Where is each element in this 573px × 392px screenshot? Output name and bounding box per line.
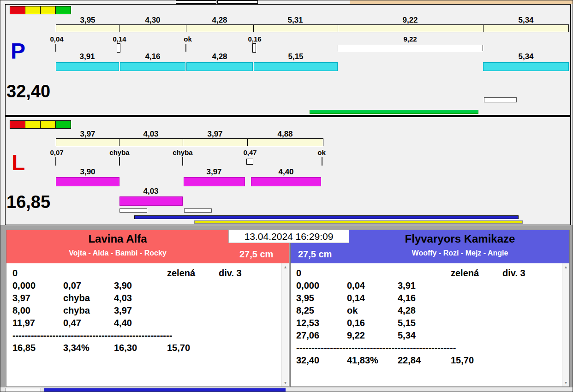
team-left-panel: Lavina Alfa Vojta - Aida - Bambi - Rocky… — [6, 230, 289, 387]
divider-row: ----------------------------------------… — [12, 329, 289, 342]
run-change: 0,04 — [347, 279, 398, 292]
total-penalty-pct: 41,83% — [347, 354, 398, 367]
window-tab[interactable] — [176, 0, 216, 4]
p-gap-bar — [338, 45, 483, 51]
start-light-yellow-2 — [40, 6, 56, 14]
l-dog-split-label: 3,97 — [206, 167, 221, 177]
p-change-label: 0,16 — [248, 35, 261, 43]
p-dog-split-label: 4,16 — [145, 52, 160, 61]
run-change: 0,14 — [347, 292, 398, 304]
scroll-down-icon[interactable]: ▾ — [282, 380, 289, 386]
p-top-split-label: 9,22 — [402, 16, 418, 25]
p-change-label: 0,14 — [113, 35, 126, 43]
run-time: 3,90 — [114, 279, 167, 292]
p-dog-split-label: 5,15 — [288, 52, 303, 61]
l-rerun-split-label: 4,03 — [143, 187, 158, 196]
scroll-up-icon[interactable]: ▴ — [282, 264, 289, 270]
p-progress-green-bar — [310, 110, 478, 114]
run-start: 27,06 — [296, 329, 347, 342]
l-dog-time-bar — [184, 177, 245, 186]
lane-l-label: L — [12, 152, 25, 174]
l-top-split-label: 4,03 — [143, 130, 158, 139]
run-row: 0,0000,043,91 — [296, 279, 569, 292]
start-light-yellow-2 — [40, 120, 56, 129]
run-change: 0,16 — [347, 317, 398, 329]
p-top-split-label: 4,28 — [212, 16, 227, 25]
start-lights-p — [10, 6, 71, 14]
start-light-yellow-1 — [25, 120, 41, 129]
spacer — [114, 267, 167, 279]
datetime-display: 13.04.2024 16:29:09 — [228, 230, 349, 243]
p-dog-time-bar — [120, 62, 185, 71]
p-dog-split-label: 4,28 — [212, 52, 227, 61]
team-right-scrollbar[interactable]: ▴ ▾ — [562, 263, 569, 386]
p-track-segment — [56, 24, 119, 32]
l-track-segment — [119, 138, 183, 146]
lane-l-total: 16,85 — [6, 193, 50, 211]
p-track-segment — [483, 24, 569, 32]
window-tab[interactable] — [217, 0, 258, 4]
p-top-split-label: 5,34 — [518, 16, 533, 25]
run-time: 3,97 — [114, 304, 167, 317]
p-change-label: 0,04 — [50, 35, 63, 43]
run-start: 3,97 — [12, 292, 63, 304]
run-start: 8,25 — [296, 304, 347, 317]
run-row: 27,069,225,34 — [296, 329, 569, 342]
p-track-segment — [253, 24, 338, 32]
divider-row: ----------------------------------------… — [296, 342, 569, 354]
l-dog-split-label: 3,90 — [80, 167, 95, 177]
app-window: 3,95 4,30 4,28 5,31 9,22 5,34 0,04 0,14 … — [0, 0, 573, 392]
scroll-down-icon[interactable]: ▾ — [562, 380, 569, 386]
l-change-tick — [182, 157, 183, 166]
l-rerun-time-bar — [119, 196, 183, 206]
l-top-split-label: 4,88 — [277, 130, 292, 139]
team-right-panel: Flyvaryors Kamikaze Wooffy - Rozi - Mejz… — [290, 230, 570, 387]
team-left-jump-height: 27,5 cm — [239, 249, 273, 260]
team-left-scrollbar[interactable]: ▴ ▾ — [281, 263, 289, 386]
p-change-tick — [55, 44, 56, 52]
team-right-jump-height: 27,5 cm — [298, 249, 332, 260]
run-time: 3,91 — [398, 279, 451, 292]
total-time: 16,85 — [12, 342, 63, 354]
start-light-red — [10, 6, 25, 14]
l-change-tick — [322, 157, 322, 166]
l-dog-time-bar — [251, 177, 321, 186]
total-time: 32,40 — [296, 354, 347, 367]
run-row: 8,00chyba3,97 — [12, 304, 289, 317]
p-small-marker — [484, 97, 517, 102]
total-record: 15,70 — [451, 354, 502, 367]
run-change: 0,47 — [63, 317, 114, 329]
start-lights-l — [10, 120, 71, 129]
l-change-label: ok — [317, 148, 326, 156]
spacer — [398, 267, 451, 279]
run-time: 5,15 — [398, 317, 451, 329]
division-label: div. 3 — [219, 267, 242, 279]
scroll-up-icon[interactable]: ▴ — [562, 264, 569, 270]
p-change-label: 9,22 — [403, 35, 417, 43]
titlebar-accent — [350, 0, 573, 4]
l-small-marker — [119, 208, 147, 213]
totals-row: 32,4041,83%22,8415,70 — [296, 354, 569, 367]
l-progress-blue-bar — [134, 215, 519, 219]
light-status: zelená — [167, 267, 219, 279]
p-track-segment — [338, 24, 483, 32]
start-delay: 0 — [12, 267, 63, 279]
light-status: zelená — [451, 267, 502, 279]
run-time: 5,34 — [398, 329, 451, 342]
start-light-green — [55, 120, 71, 129]
start-light-yellow-1 — [25, 6, 41, 14]
run-time: 4,16 — [398, 292, 451, 304]
info-row: 0zelenádiv. 3 — [12, 267, 289, 279]
run-start: 11,97 — [12, 317, 63, 329]
team-right-name: Flyvaryors Kamikaze — [350, 232, 570, 245]
p-dog-split-label: 5,34 — [518, 52, 533, 61]
start-delay: 0 — [296, 267, 347, 279]
total-net: 22,84 — [398, 354, 451, 367]
run-start: 8,00 — [12, 304, 63, 317]
l-top-split-label: 3,97 — [80, 130, 95, 139]
run-row: 12,530,165,15 — [296, 317, 569, 329]
total-net: 16,30 — [114, 342, 167, 354]
l-top-split-label: 3,97 — [207, 130, 222, 139]
lane-p-total: 32,40 — [6, 83, 50, 100]
l-progress-yellow-bar — [194, 220, 523, 224]
